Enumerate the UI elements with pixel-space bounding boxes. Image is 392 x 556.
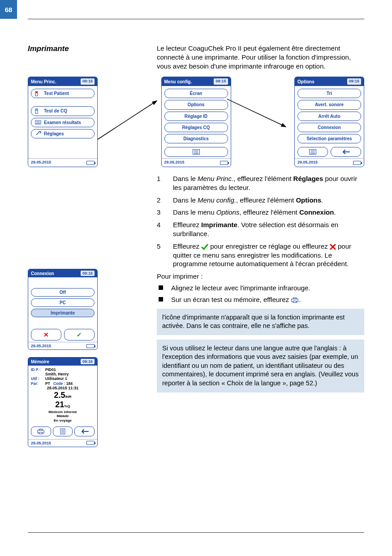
device-title: Menu config. xyxy=(164,79,192,85)
menu-item-pc[interactable]: PC xyxy=(31,298,95,307)
log-button[interactable] xyxy=(297,147,328,157)
label-code: Code : xyxy=(53,381,65,386)
qc-strip-icon xyxy=(35,108,41,114)
battery-icon xyxy=(353,161,361,165)
menu-item-exam-resultats[interactable]: Examen résultats xyxy=(31,118,95,127)
bullet-text: Alignez le lecteur avec l'imprimante inf… xyxy=(171,284,310,293)
note-line: En voyage xyxy=(31,418,95,423)
device-title: Connexion xyxy=(31,271,54,276)
check-icon: ✓ xyxy=(77,331,82,338)
cancel-button[interactable]: ✕ xyxy=(31,329,61,340)
step-number: 4 xyxy=(157,220,165,238)
menu-item-reglage-id[interactable]: Réglage ID xyxy=(164,112,228,121)
menu-item-label: Examen résultats xyxy=(44,120,81,125)
log-icon xyxy=(193,149,200,155)
wrench-icon xyxy=(35,131,41,136)
step-text: Dans le menu Options, effleurez l'élémen… xyxy=(173,208,364,217)
device-memoire: Mémoire09:15 ID P :PID01 Smith, Henry Ut… xyxy=(28,357,98,447)
device-menu-princ: Menu Princ.09:15 Test Patient Test de CQ… xyxy=(28,77,98,167)
step-number: 1 xyxy=(157,174,165,192)
print-subheading: Pour imprimer : xyxy=(157,272,364,281)
bullet-square-icon xyxy=(159,297,163,302)
device-options: Options09:15 Tri Avert. sonore Arrêt Aut… xyxy=(294,77,364,167)
printer-icon xyxy=(37,428,45,435)
section-heading: Imprimante xyxy=(28,44,145,70)
menu-item-test-patient[interactable]: Test Patient xyxy=(31,89,95,98)
back-button[interactable] xyxy=(331,147,361,157)
menu-item-arret-auto[interactable]: Arrêt Auto xyxy=(297,112,361,121)
menu-item-connexion[interactable]: Connexion xyxy=(297,123,361,132)
step-number: 3 xyxy=(157,208,165,217)
label-idp: ID P : xyxy=(31,367,45,372)
svg-rect-1 xyxy=(36,92,37,93)
results-icon xyxy=(35,120,41,125)
intro-paragraph: Le lecteur CoaguChek Pro II peut égaleme… xyxy=(157,44,364,70)
bullets-list: Alignez le lecteur avec l'imprimante inf… xyxy=(157,284,364,304)
steps-list: 1Dans le Menu Princ., effleurez l'élémen… xyxy=(157,174,364,268)
check-icon xyxy=(201,244,208,250)
device-date: 29.05.2015 xyxy=(31,160,51,165)
bullet-square-icon xyxy=(159,285,163,290)
unit-inr: INR xyxy=(65,395,72,399)
confirm-button[interactable]: ✓ xyxy=(64,329,95,340)
x-icon: ✕ xyxy=(43,331,49,338)
svg-rect-13 xyxy=(39,429,43,430)
device-clock: 09:15 xyxy=(81,271,95,276)
menu-item-ecran[interactable]: Écran xyxy=(164,89,228,98)
step-number: 2 xyxy=(157,196,165,205)
value-q: 21 xyxy=(55,400,64,409)
device-title: Options xyxy=(297,79,314,85)
value-util: Utilisateur 1 xyxy=(45,376,67,381)
log-button[interactable] xyxy=(164,147,228,157)
battery-icon xyxy=(220,161,228,165)
menu-item-label: Test de CQ xyxy=(44,108,67,114)
svg-rect-11 xyxy=(293,301,297,303)
bullet-text: Sur un écran test ou mémoire, effleurez … xyxy=(171,295,301,304)
step-number: 5 xyxy=(157,242,165,268)
device-screenshots-row: Menu Princ.09:15 Test Patient Test de CQ… xyxy=(28,77,364,167)
x-icon xyxy=(330,244,336,250)
svg-rect-10 xyxy=(293,297,297,299)
battery-icon xyxy=(86,344,95,348)
step-text: Effleurez pour enregistrer ce réglage ou… xyxy=(173,242,364,268)
back-button[interactable] xyxy=(74,427,95,436)
device-clock: 09:15 xyxy=(214,78,228,85)
menu-item-reglages[interactable]: Réglages xyxy=(31,129,95,138)
label-par: Par: xyxy=(31,381,45,386)
value-inr: 2.5 xyxy=(54,391,65,400)
label-util: Util : xyxy=(31,376,45,381)
device-date: 29.05.2015 xyxy=(31,344,51,348)
device-clock: 09:15 xyxy=(81,78,95,85)
menu-item-diagnostics[interactable]: Diagnostics xyxy=(164,134,228,143)
svg-line-7 xyxy=(98,101,157,139)
note-box-2: Si vous utilisez le lecteur dans une lan… xyxy=(157,340,364,392)
menu-item-reglages-cq[interactable]: Réglages CQ xyxy=(164,123,228,132)
menu-item-imprimante[interactable]: Imprimante xyxy=(31,309,95,317)
value-timestamp: 28.05.2015 11:31 xyxy=(31,386,95,391)
test-strip-icon xyxy=(35,91,41,96)
device-date: 29.05.2015 xyxy=(31,441,51,445)
note-box-1: l'icône d'imprimante n'apparaît que si l… xyxy=(157,309,364,335)
menu-item-options[interactable]: Options xyxy=(164,100,228,109)
menu-item-avert-sonore[interactable]: Avert. sonore xyxy=(297,100,361,109)
battery-icon xyxy=(86,441,95,445)
menu-item-tri[interactable]: Tri xyxy=(297,89,361,98)
device-menu-config: Menu config.09:15 Écran Options Réglage … xyxy=(161,77,231,167)
document-icon xyxy=(60,428,65,435)
value-idp: PID01 xyxy=(45,367,56,372)
step-text: Dans le Menu config., effleurez l'élémen… xyxy=(173,196,364,205)
menu-item-selection-params[interactable]: Sélection paramètres xyxy=(297,134,361,143)
battery-icon xyxy=(86,161,95,165)
svg-rect-3 xyxy=(36,109,37,111)
menu-item-test-cq[interactable]: Test de CQ xyxy=(31,106,95,116)
note-line: Malade xyxy=(31,414,95,418)
rule-top xyxy=(28,19,364,19)
page-number-tab: 68 xyxy=(0,0,17,19)
device-connexion: Connexion09:15 Off PC Imprimante ✕ ✓ 29.… xyxy=(28,269,98,350)
print-button[interactable] xyxy=(31,427,51,436)
value-par: PT xyxy=(45,381,50,386)
menu-item-label: Test Patient xyxy=(44,91,69,96)
detail-button[interactable] xyxy=(53,427,73,436)
step-text: Dans le Menu Princ., effleurez l'élément… xyxy=(173,174,364,192)
menu-item-off[interactable]: Off xyxy=(31,288,95,297)
